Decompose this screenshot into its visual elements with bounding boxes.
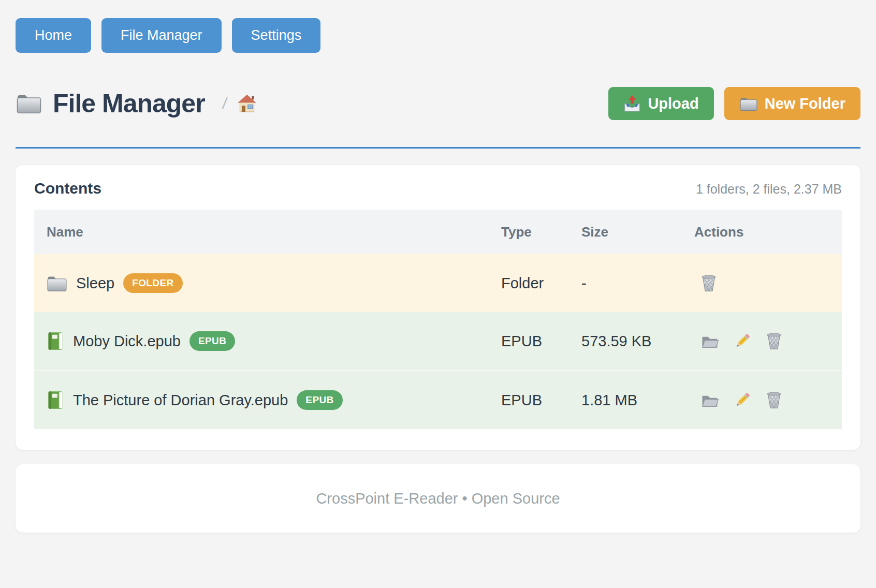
item-size: 573.59 KB <box>581 312 694 371</box>
column-header-type: Type <box>501 210 581 254</box>
green-book-icon <box>47 390 64 410</box>
pencil-icon <box>734 391 751 409</box>
folder-icon <box>47 274 67 292</box>
contents-card: Contents 1 folders, 2 files, 2.37 MB Nam… <box>16 165 860 450</box>
item-type: EPUB <box>501 312 581 371</box>
top-nav: Home File Manager Settings <box>16 18 860 53</box>
item-size: - <box>581 254 694 312</box>
nav-button-settings[interactable]: Settings <box>232 18 321 53</box>
open-button[interactable] <box>700 392 719 408</box>
delete-button[interactable] <box>700 274 717 292</box>
open-button[interactable] <box>700 333 719 349</box>
column-header-size: Size <box>581 210 694 254</box>
footer-text: CrossPoint E-Reader • Open Source <box>316 490 560 507</box>
trash-icon <box>766 391 782 409</box>
contents-table: Name Type Size Actions Sleep FOLDER F <box>34 210 842 429</box>
item-name[interactable]: The Picture of Dorian Gray.epub <box>73 392 288 409</box>
item-name[interactable]: Sleep <box>76 275 114 292</box>
folder-icon <box>16 92 42 115</box>
delete-button[interactable] <box>766 391 782 409</box>
table-row-moby-dick: Moby Dick.epub EPUB EPUB 573.59 KB <box>34 312 842 371</box>
page-title: File Manager <box>53 89 205 119</box>
new-folder-button[interactable]: New Folder <box>724 87 860 120</box>
home-icon[interactable] <box>237 94 257 113</box>
delete-button[interactable] <box>766 332 782 350</box>
edit-button[interactable] <box>734 391 751 409</box>
contents-summary: 1 folders, 2 files, 2.37 MB <box>696 182 842 197</box>
page: Home File Manager Settings File Manager … <box>0 0 876 533</box>
epub-badge: EPUB <box>189 331 235 351</box>
card-title: Contents <box>34 180 101 197</box>
trash-icon <box>766 332 782 350</box>
outbox-tray-icon <box>623 95 641 112</box>
edit-button[interactable] <box>734 332 751 350</box>
epub-badge: EPUB <box>297 390 342 410</box>
folder-badge: FOLDER <box>123 273 183 293</box>
folder-icon <box>739 96 758 112</box>
open-folder-icon <box>700 392 719 408</box>
item-type: EPUB <box>501 371 581 429</box>
page-header: File Manager / Upload New Folder <box>16 87 860 120</box>
upload-button-label: Upload <box>648 95 698 112</box>
trash-icon <box>700 274 717 292</box>
pencil-icon <box>734 332 751 350</box>
header-divider <box>16 147 860 149</box>
table-row-sleep: Sleep FOLDER Folder - <box>34 254 842 312</box>
breadcrumb-separator: / <box>221 95 228 112</box>
upload-button[interactable]: Upload <box>608 87 713 120</box>
table-header-row: Name Type Size Actions <box>34 210 842 254</box>
new-folder-button-label: New Folder <box>765 95 845 112</box>
open-folder-icon <box>700 333 719 349</box>
nav-button-file-manager[interactable]: File Manager <box>101 18 222 53</box>
footer: CrossPoint E-Reader • Open Source <box>16 464 860 533</box>
column-header-name: Name <box>34 210 501 254</box>
column-header-actions: Actions <box>694 210 842 254</box>
nav-button-home[interactable]: Home <box>16 18 91 53</box>
table-row-dorian-gray: The Picture of Dorian Gray.epub EPUB EPU… <box>34 371 842 429</box>
item-type: Folder <box>501 254 581 312</box>
item-name[interactable]: Moby Dick.epub <box>73 333 181 350</box>
green-book-icon <box>47 331 64 351</box>
item-size: 1.81 MB <box>581 371 694 429</box>
